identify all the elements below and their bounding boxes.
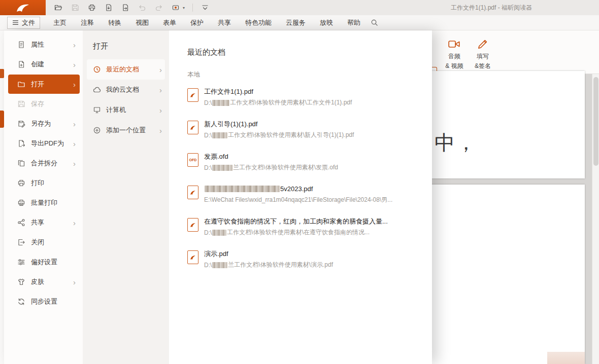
- sidebar-item-combine-split[interactable]: 合并拆分 ›: [8, 154, 80, 173]
- window-title: 工作文件1(1).pdf - 福昕阅读器: [451, 0, 532, 15]
- chevron-right-icon: ›: [73, 80, 76, 89]
- open-item-recent[interactable]: 最近的文档 ›: [87, 59, 165, 80]
- left-edge-strip: [0, 30, 4, 364]
- chevron-right-icon: ›: [73, 60, 76, 69]
- file-path: D:\工作文档\体验软件使用素材\工作文件1(1).pdf: [204, 98, 352, 107]
- open-item-computer[interactable]: 计算机 ›: [87, 100, 165, 120]
- chevron-right-icon: ›: [73, 139, 76, 148]
- tab-home[interactable]: 主页: [46, 15, 74, 30]
- partial-orange-icon: [0, 69, 4, 78]
- skin-icon: [17, 278, 25, 286]
- computer-icon: [93, 106, 101, 114]
- create-icon: [17, 60, 25, 68]
- file-menu-sidebar: 属性 › 创建 › 打开 › 保存 另存为 ›: [4, 30, 83, 364]
- recent-file-row[interactable]: OFD 发票.ofd D:\兰工作文档\体验软件使用素材\发票.ofd: [187, 152, 432, 177]
- close-doc-icon: [17, 238, 25, 246]
- titlebar: ▾ 工作文件1(1).pdf - 福昕阅读器: [0, 0, 599, 15]
- chevron-right-icon: ›: [73, 278, 76, 286]
- chevron-right-icon: ›: [73, 41, 76, 49]
- sidebar-item-save[interactable]: 保存: [8, 94, 80, 114]
- redacted-segment: [212, 100, 229, 106]
- file-path: D:\工作文档\体验软件使用素材\新人引导(1)(1).pdf: [204, 131, 354, 139]
- fill-sign-button[interactable]: 填写 &签名: [468, 34, 497, 70]
- sidebar-item-print[interactable]: 打印: [8, 173, 80, 193]
- page-export-right-icon[interactable]: [121, 3, 130, 12]
- audio-video-button[interactable]: 音频 & 视频: [440, 34, 469, 70]
- tab-comment[interactable]: 注释: [74, 15, 101, 30]
- chevron-right-icon: ›: [73, 159, 76, 168]
- customize-toolbar-icon[interactable]: [201, 3, 210, 12]
- ofd-file-icon: OFD: [187, 153, 198, 167]
- redo-icon[interactable]: [154, 3, 163, 12]
- recent-clock-icon: [93, 65, 101, 74]
- redacted-segment: [212, 230, 226, 236]
- file-menu-button[interactable]: 文件: [7, 17, 40, 29]
- sidebar-item-save-as[interactable]: 另存为 ›: [8, 114, 80, 133]
- sidebar-item-preferences[interactable]: 偏好设置: [8, 252, 80, 272]
- cloud-icon: [93, 86, 101, 94]
- vertical-scrollbar[interactable]: [592, 74, 599, 364]
- pdf-file-icon: [187, 121, 198, 134]
- open-panel-title: 打开: [93, 42, 169, 51]
- search-icon[interactable]: [371, 19, 378, 26]
- recent-file-row[interactable]: 新人引导(1)(1).pdf D:\工作文档\体验软件使用素材\新人引导(1)(…: [187, 120, 432, 145]
- sidebar-item-close[interactable]: 关闭: [8, 233, 80, 252]
- pdf-file-icon: [187, 250, 198, 264]
- recent-panel-title: 最近的文档: [187, 48, 432, 57]
- properties-icon: [17, 41, 25, 49]
- sidebar-item-skin[interactable]: 皮肤 ›: [8, 272, 80, 292]
- quick-tool-dropdown-icon[interactable]: ▾: [183, 6, 185, 10]
- sidebar-item-open[interactable]: 打开 ›: [8, 75, 80, 94]
- tab-cloud[interactable]: 云服务: [279, 15, 313, 30]
- sidebar-item-properties[interactable]: 属性 ›: [8, 35, 80, 54]
- file-name: 5v2023.pdf: [280, 185, 313, 193]
- combine-split-icon: [17, 159, 25, 167]
- hamburger-icon: [12, 19, 19, 26]
- sidebar-item-sync[interactable]: 同步设置: [8, 292, 80, 311]
- save-icon[interactable]: [71, 3, 80, 12]
- print-icon[interactable]: [87, 3, 96, 12]
- open-panel: 打开 最近的文档 › 我的云文档 › 计算机 › 添加一个位置 ›: [83, 30, 169, 364]
- open-item-cloud[interactable]: 我的云文档 ›: [87, 80, 165, 100]
- tab-help[interactable]: 帮助: [340, 15, 368, 30]
- tab-protect[interactable]: 保护: [183, 15, 211, 30]
- file-menu-overlay: 属性 › 创建 › 打开 › 保存 另存为 ›: [4, 30, 432, 364]
- quick-tool-icon[interactable]: [171, 3, 180, 12]
- scrollbar-thumb[interactable]: [593, 77, 598, 166]
- file-name: 新人引导(1)(1).pdf: [204, 120, 257, 128]
- add-place-icon: [93, 126, 101, 134]
- redacted-segment: [212, 165, 232, 171]
- menubar: 文件 主页 注释 转换 视图 表单 保护 共享 特色功能 云服务 放映 帮助: [0, 15, 599, 30]
- open-icon: [17, 80, 25, 88]
- pdf-file-icon: [187, 88, 198, 102]
- print-icon: [17, 179, 25, 187]
- tab-convert[interactable]: 转换: [101, 15, 128, 30]
- sidebar-item-share[interactable]: 共享 ›: [8, 213, 80, 232]
- sidebar-item-export-pdf[interactable]: 导出PDF为 ›: [8, 134, 80, 153]
- tab-view[interactable]: 视图: [128, 15, 156, 30]
- foxit-reader-window: ▾ 工作文件1(1).pdf - 福昕阅读器 文件 主页 注释 转换 视图 表单…: [0, 0, 599, 364]
- batch-print-icon: [17, 199, 25, 207]
- file-path: D:\兰工作文档\体验软件使用素材\发票.ofd: [204, 163, 338, 172]
- file-name: 演示.pdf: [204, 249, 228, 258]
- recent-file-row[interactable]: 工作文件1(1).pdf D:\工作文档\体验软件使用素材\工作文件1(1).p…: [187, 87, 432, 113]
- foxit-logo[interactable]: [0, 0, 46, 15]
- tab-present[interactable]: 放映: [313, 15, 340, 30]
- open-item-add-place[interactable]: 添加一个位置 ›: [87, 120, 165, 140]
- pdf-file-icon: [187, 186, 198, 199]
- tab-share[interactable]: 共享: [211, 15, 238, 30]
- recent-file-row[interactable]: 5v2023.pdf E:\WeChat Files\wxid_rra1m04n…: [187, 185, 432, 210]
- open-file-icon[interactable]: [54, 3, 63, 12]
- undo-icon[interactable]: [138, 3, 147, 12]
- page-export-down-icon[interactable]: [104, 3, 113, 12]
- recent-file-row[interactable]: 在遵守饮食指南的情况下，红肉，加工肉和家禽的膳食摄入量... D:\工作文档\体…: [187, 217, 432, 242]
- sidebar-item-create[interactable]: 创建 ›: [8, 55, 80, 74]
- sidebar-item-batch-print[interactable]: 批量打印: [8, 193, 80, 212]
- export-pdf-icon: [17, 139, 25, 148]
- file-name: 工作文件1(1).pdf: [204, 87, 253, 96]
- preferences-icon: [17, 258, 25, 266]
- tab-form[interactable]: 表单: [156, 15, 183, 30]
- tab-features[interactable]: 特色功能: [238, 15, 279, 30]
- chevron-right-icon: ›: [159, 126, 162, 135]
- recent-file-row[interactable]: 演示.pdf D:\兰工作文档\体验软件使用素材\演示.pdf: [187, 249, 432, 275]
